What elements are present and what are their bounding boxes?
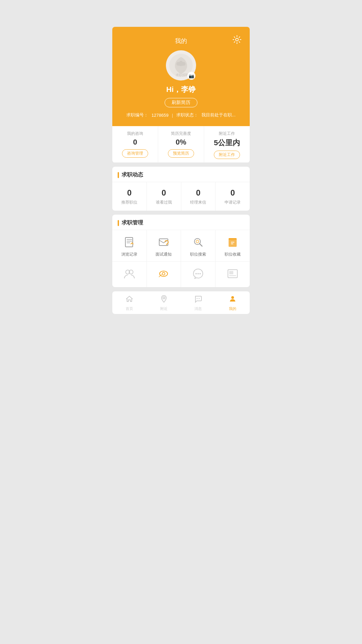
grid-item-5[interactable] bbox=[112, 262, 147, 287]
settings-icon[interactable] bbox=[232, 35, 242, 44]
svg-point-28 bbox=[231, 296, 234, 299]
nearby-work-button[interactable]: 附近工作 bbox=[214, 151, 240, 159]
svg-point-11 bbox=[196, 240, 199, 243]
nearby-icon bbox=[160, 295, 168, 305]
preview-resume-button[interactable]: 预览简历 bbox=[168, 149, 194, 158]
stat-resume-label: 简历完善度 bbox=[161, 131, 201, 137]
job-management-section: 求职管理 浏览记录 bbox=[112, 215, 250, 287]
stat-resume: 简历完善度 0% 预览简历 bbox=[158, 126, 204, 162]
profile-header: 我的 求职招聘 📷 Hi，李铮 刷新简历 bbox=[112, 27, 250, 126]
user-name: Hi，李铮 bbox=[119, 85, 243, 95]
stat-nearby-value: 5公里内 bbox=[207, 138, 247, 148]
svg-point-26 bbox=[197, 298, 198, 299]
svg-point-0 bbox=[236, 38, 238, 41]
home-icon bbox=[125, 295, 133, 305]
job-collection-label: 职位收藏 bbox=[218, 252, 247, 257]
grid-item-6[interactable] bbox=[147, 262, 181, 287]
nav-home[interactable]: 首页 bbox=[112, 291, 147, 314]
job-status-label: 求职状态： bbox=[176, 112, 198, 118]
consultation-manage-button[interactable]: 咨询管理 bbox=[122, 149, 148, 158]
job-status: 我目前处于在职... bbox=[201, 112, 236, 118]
stat-nearby-label: 附近工作 bbox=[207, 131, 247, 137]
nav-profile-label: 我的 bbox=[229, 306, 236, 311]
grid-item-8[interactable] bbox=[216, 262, 250, 287]
stat-resume-value: 0% bbox=[161, 138, 201, 147]
interview-notice-icon bbox=[157, 235, 170, 249]
activity-title: 求职动态 bbox=[122, 171, 143, 178]
activity-viewed[interactable]: 0 谁看过我 bbox=[147, 182, 181, 211]
job-management-grid: 浏览记录 面试通知 bbox=[112, 230, 250, 287]
svg-point-16 bbox=[160, 271, 168, 276]
browse-history-item[interactable]: 浏览记录 bbox=[112, 230, 147, 262]
grid-icon-7 bbox=[191, 267, 205, 280]
activity-applications-label: 申请记录 bbox=[218, 200, 247, 205]
job-search-label: 职位搜索 bbox=[184, 252, 213, 257]
bottom-nav: 首页 附近 消息 bbox=[112, 291, 250, 314]
info-divider: | bbox=[172, 113, 173, 118]
grid-item-7[interactable] bbox=[181, 262, 216, 287]
job-collection-icon bbox=[226, 235, 239, 249]
job-search-icon bbox=[191, 235, 205, 249]
nav-messages[interactable]: 消息 bbox=[181, 291, 216, 314]
nav-home-label: 首页 bbox=[126, 306, 133, 311]
activity-viewed-num: 0 bbox=[149, 188, 178, 198]
stat-consultation-label: 我的咨询 bbox=[115, 131, 155, 137]
nav-messages-label: 消息 bbox=[194, 306, 202, 311]
job-management-title: 求职管理 bbox=[122, 219, 143, 226]
job-search-item[interactable]: 职位搜索 bbox=[181, 230, 216, 262]
camera-badge[interactable]: 📷 bbox=[187, 72, 195, 80]
nav-profile[interactable]: 我的 bbox=[216, 291, 250, 314]
activity-applications[interactable]: 0 申请记录 bbox=[216, 182, 250, 211]
page-title: 我的 bbox=[119, 37, 243, 45]
browse-history-icon bbox=[123, 235, 136, 249]
activity-viewed-label: 谁看过我 bbox=[149, 200, 178, 205]
job-management-bar bbox=[118, 220, 119, 226]
job-management-header: 求职管理 bbox=[112, 215, 250, 230]
activity-bar bbox=[118, 172, 119, 178]
activity-header: 求职动态 bbox=[112, 167, 250, 182]
svg-rect-23 bbox=[229, 271, 233, 274]
activity-section: 求职动态 0 推荐职位 0 谁看过我 0 经理来信 0 申请记录 bbox=[112, 167, 250, 211]
interview-notice-item[interactable]: 面试通知 bbox=[147, 230, 181, 262]
stat-nearby: 附近工作 5公里内 附近工作 bbox=[204, 126, 250, 162]
activity-applications-num: 0 bbox=[218, 188, 247, 198]
nav-nearby[interactable]: 附近 bbox=[147, 291, 181, 314]
activity-letters-num: 0 bbox=[184, 188, 213, 198]
svg-line-10 bbox=[199, 244, 202, 246]
grid-icon-8 bbox=[226, 267, 239, 280]
job-number: 1278659 bbox=[152, 113, 169, 118]
svg-point-19 bbox=[195, 273, 197, 274]
activity-recommended[interactable]: 0 推荐职位 bbox=[112, 182, 147, 211]
activity-letters[interactable]: 0 经理来信 bbox=[181, 182, 216, 211]
svg-text:求职招聘: 求职招聘 bbox=[176, 73, 189, 77]
svg-rect-3 bbox=[125, 237, 133, 247]
job-collection-item[interactable]: 职位收藏 bbox=[216, 230, 250, 262]
refresh-resume-button[interactable]: 刷新简历 bbox=[165, 98, 197, 107]
svg-point-27 bbox=[199, 298, 200, 299]
grid-icon-5 bbox=[123, 267, 136, 280]
grid-icon-6 bbox=[157, 267, 170, 280]
activity-recommended-label: 推荐职位 bbox=[115, 200, 144, 205]
avatar-wrap[interactable]: 求职招聘 📷 bbox=[166, 50, 196, 80]
stat-consultation: 我的咨询 0 咨询管理 bbox=[112, 126, 158, 162]
profile-info: 求职编号： 1278659 | 求职状态： 我目前处于在职... bbox=[119, 112, 243, 118]
messages-icon bbox=[194, 295, 202, 305]
stat-consultation-value: 0 bbox=[115, 138, 155, 147]
svg-point-17 bbox=[162, 272, 165, 275]
activity-letters-label: 经理来信 bbox=[184, 200, 213, 205]
profile-icon bbox=[229, 295, 237, 305]
job-number-label: 求职编号： bbox=[126, 112, 148, 118]
svg-point-20 bbox=[197, 273, 199, 274]
interview-notice-label: 面试通知 bbox=[149, 252, 178, 257]
activity-row: 0 推荐职位 0 谁看过我 0 经理来信 0 申请记录 bbox=[112, 182, 250, 211]
stats-row: 我的咨询 0 咨询管理 简历完善度 0% 预览简历 附近工作 5公里内 附近工作 bbox=[112, 126, 250, 163]
svg-point-8 bbox=[166, 244, 167, 245]
nav-nearby-label: 附近 bbox=[160, 306, 168, 311]
activity-recommended-num: 0 bbox=[115, 188, 144, 198]
svg-point-21 bbox=[199, 273, 201, 274]
browse-history-label: 浏览记录 bbox=[115, 252, 144, 257]
svg-point-25 bbox=[163, 297, 165, 299]
